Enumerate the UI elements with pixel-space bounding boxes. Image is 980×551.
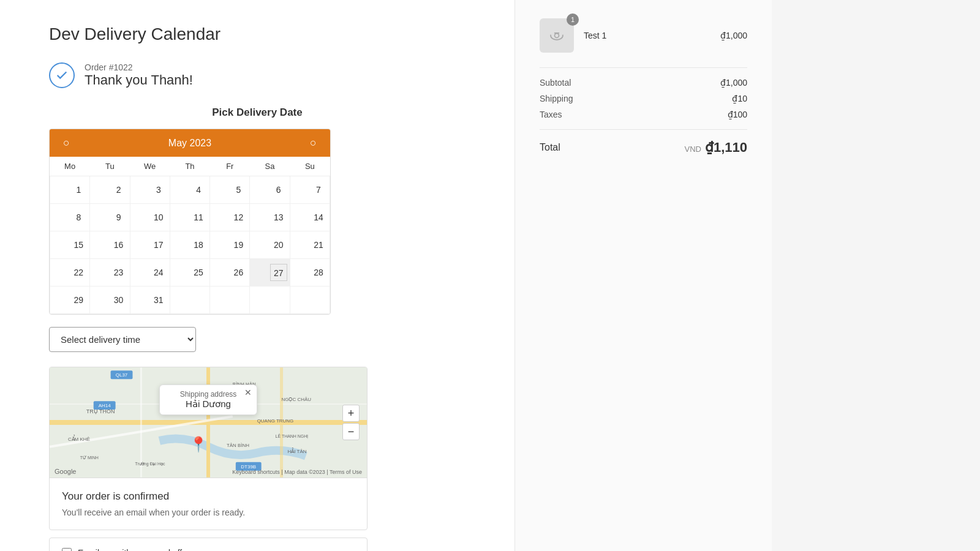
total-label: Total: [540, 142, 560, 153]
svg-text:QL37: QL37: [116, 372, 128, 378]
calendar-day-cell[interactable]: 12: [210, 204, 250, 231]
calendar-day-cell[interactable]: 14: [290, 204, 330, 231]
calendar-day-cell[interactable]: 13: [250, 204, 290, 231]
calendar-day-cell[interactable]: 4: [170, 176, 209, 204]
shipping-address-label: Shipping address: [170, 390, 247, 399]
month-year-label: May 2023: [168, 138, 211, 149]
calendar-day-cell[interactable]: 16: [90, 231, 130, 259]
calendar-day-cell[interactable]: 17: [130, 231, 170, 259]
calendar-day-cell[interactable]: 11: [170, 204, 209, 231]
sidebar-divider-1: [540, 67, 747, 68]
subtotal-value: ₫1,000: [720, 78, 747, 88]
product-quantity-badge: 1: [567, 13, 579, 26]
total-amount: ₫1,110: [705, 140, 747, 156]
calendar-day-header: Sa: [250, 157, 290, 176]
calendar-day-cell[interactable]: 10: [130, 204, 170, 231]
calendar-day-cell[interactable]: 24: [130, 259, 170, 287]
taxes-value: ₫100: [728, 110, 747, 119]
map-container: TRỤ THÔN CẨM KHÊ TỨ MINH VIỆT HÒA BÌNH H…: [50, 367, 367, 478]
calendar-day-cell[interactable]: 7: [290, 176, 330, 204]
page-title: Dev Delivery Calendar: [49, 24, 466, 44]
calendar-day-header: Tu: [90, 157, 130, 176]
calendar: ○ May 2023 ○ MoTuWeThFrSaSu 123456789101…: [49, 129, 331, 315]
email-checkbox[interactable]: [62, 548, 72, 551]
order-confirmed-text: You'll receive an email when your order …: [62, 508, 355, 517]
calendar-day-cell[interactable]: 22: [50, 259, 90, 287]
calendar-day-header: Fr: [210, 157, 250, 176]
calendar-day-cell[interactable]: 2: [90, 176, 130, 204]
product-name: Test 1: [584, 31, 710, 40]
prev-month-button[interactable]: ○: [59, 135, 74, 151]
map-pin-icon: 📍: [189, 436, 208, 453]
calendar-day-cell[interactable]: 9: [90, 204, 130, 231]
svg-text:Trường Đại Học: Trường Đại Học: [135, 462, 165, 467]
calendar-day-header: We: [130, 157, 170, 176]
sidebar: 1 Test 1 ₫1,000 Subtotal ₫1,000 Shipping…: [514, 0, 772, 551]
calendar-day-cell[interactable]: 20: [250, 231, 290, 259]
email-checkbox-label[interactable]: Email me with news and offers: [78, 548, 194, 551]
svg-text:QUANG TRUNG: QUANG TRUNG: [257, 418, 294, 424]
calendar-day-header: Su: [290, 157, 330, 176]
map-zoom-controls: + −: [342, 405, 360, 440]
calendar-day-cell[interactable]: 27: [250, 259, 290, 287]
svg-text:TỨ MINH: TỨ MINH: [80, 455, 99, 460]
shipping-value: ₫10: [732, 94, 747, 103]
calendar-grid: MoTuWeThFrSaSu 1234567891011121314151617…: [50, 157, 330, 314]
calendar-day-cell: [210, 287, 250, 314]
map-attribution: Keyboard shortcuts | Map data ©2023 | Te…: [232, 469, 362, 475]
taxes-row: Taxes ₫100: [540, 110, 747, 119]
svg-text:NGỌC CHÂU: NGỌC CHÂU: [282, 397, 312, 402]
calendar-day-cell[interactable]: 29: [50, 287, 90, 314]
order-confirmed-title: Your order is confirmed: [62, 490, 355, 503]
svg-text:HẢI TÂN: HẢI TÂN: [288, 448, 307, 454]
shipping-city: Hải Dương: [170, 399, 247, 410]
svg-text:LÊ THANH NGHỊ: LÊ THANH NGHỊ: [276, 433, 309, 439]
svg-point-26: [555, 34, 559, 38]
calendar-day-header: Th: [170, 157, 209, 176]
svg-text:TÂN BÌNH: TÂN BÌNH: [227, 443, 249, 448]
map-popup: ✕ Shipping address Hải Dương: [159, 384, 257, 415]
order-info: Order #1022 Thank you Thanh!: [85, 62, 193, 88]
calendar-day-cell[interactable]: 3: [130, 176, 170, 204]
shipping-label: Shipping: [540, 94, 573, 103]
subtotal-row: Subtotal ₫1,000: [540, 78, 747, 88]
calendar-day-cell[interactable]: 1: [50, 176, 90, 204]
calendar-header: ○ May 2023 ○: [50, 129, 330, 157]
email-checkbox-row: Email me with news and offers: [49, 538, 368, 551]
calendar-day-cell[interactable]: 8: [50, 204, 90, 231]
order-confirmed-box: Your order is confirmed You'll receive a…: [50, 478, 367, 530]
calendar-day-cell[interactable]: 18: [170, 231, 209, 259]
calendar-day-cell: [290, 287, 330, 314]
calendar-day-cell[interactable]: 15: [50, 231, 90, 259]
total-value: VND ₫1,110: [684, 140, 747, 156]
google-logo: Google: [55, 468, 76, 475]
taxes-label: Taxes: [540, 110, 562, 119]
order-number: Order #1022: [85, 62, 193, 72]
map-popup-close-button[interactable]: ✕: [244, 388, 252, 397]
calendar-day-cell[interactable]: 5: [210, 176, 250, 204]
product-price: ₫1,000: [720, 31, 747, 40]
calendar-day-cell[interactable]: 28: [290, 259, 330, 287]
calendar-day-cell[interactable]: 19: [210, 231, 250, 259]
calendar-day-cell[interactable]: 30: [90, 287, 130, 314]
zoom-in-button[interactable]: +: [342, 405, 360, 422]
total-row: Total VND ₫1,110: [540, 129, 747, 156]
calendar-section: Pick Delivery Date ○ May 2023 ○ MoTuWeTh…: [49, 107, 466, 315]
zoom-out-button[interactable]: −: [342, 423, 360, 440]
delivery-time-select[interactable]: Select delivery timeMorning (8am - 12pm)…: [49, 327, 196, 352]
thank-you-message: Thank you Thanh!: [85, 72, 193, 88]
calendar-day-cell: [250, 287, 290, 314]
shipping-row: Shipping ₫10: [540, 94, 747, 103]
calendar-day-cell[interactable]: 21: [290, 231, 330, 259]
next-month-button[interactable]: ○: [306, 135, 320, 151]
order-check-icon: [49, 62, 75, 88]
calendar-day-cell[interactable]: 6: [250, 176, 290, 204]
calendar-day-cell[interactable]: 25: [170, 259, 209, 287]
calendar-day-cell[interactable]: 26: [210, 259, 250, 287]
sidebar-product: 1 Test 1 ₫1,000: [540, 18, 747, 53]
calendar-day-cell[interactable]: 23: [90, 259, 130, 287]
product-image-wrap: 1: [540, 18, 574, 53]
calendar-day-cell[interactable]: 31: [130, 287, 170, 314]
total-currency: VND: [684, 144, 701, 154]
svg-text:AH14: AH14: [99, 403, 111, 408]
